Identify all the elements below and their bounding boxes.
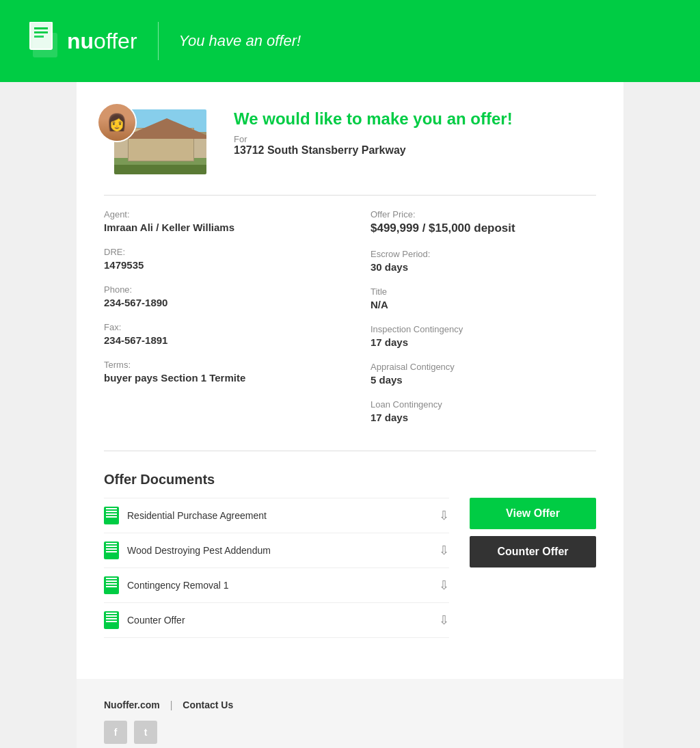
offer-documents-section: Offer Documents Residential Purchase Agr…	[104, 472, 596, 652]
svg-rect-5	[33, 33, 57, 57]
doc-list-wrapper: Residential Purchase Agreement ⇩ Wood De…	[104, 498, 449, 652]
dre-label: DRE:	[104, 247, 329, 257]
escrow-value: 30 days	[371, 261, 596, 273]
footer-links: Nuoffer.com | Contact Us	[104, 699, 596, 710]
doc-file-icon	[104, 576, 119, 594]
download-icon[interactable]: ⇩	[439, 508, 449, 523]
agent-value: Imraan Ali / Keller Williams	[104, 222, 329, 233]
doc-list: Residential Purchase Agreement ⇩ Wood De…	[104, 498, 449, 638]
download-icon[interactable]: ⇩	[439, 543, 449, 558]
doc-name: Wood Destroying Pest Addendum	[127, 545, 271, 556]
loan-value: 17 days	[371, 412, 596, 423]
escrow-detail: Escrow Period: 30 days	[371, 249, 596, 273]
doc-row: Residential Purchase Agreement ⇩	[104, 498, 449, 533]
doc-file-icon	[104, 542, 119, 559]
appraisal-value: 5 days	[371, 374, 596, 386]
appraisal-label: Appraisal Contigency	[371, 362, 596, 372]
twitter-icon[interactable]: t	[134, 721, 157, 744]
agent-detail: Agent: Imraan Ali / Keller Williams	[104, 209, 329, 233]
doc-name: Counter Offer	[127, 615, 185, 626]
header-tagline: You have an offer!	[179, 32, 301, 50]
escrow-label: Escrow Period:	[371, 249, 596, 259]
nuoffer-logo-icon	[27, 22, 60, 60]
inspection-value: 17 days	[371, 336, 596, 348]
appraisal-detail: Appraisal Contigency 5 days	[371, 362, 596, 386]
details-col-right: Offer Price: $499,999 / $15,000 deposit …	[371, 209, 596, 437]
facebook-icon[interactable]: f	[104, 721, 127, 744]
terms-detail: Terms: buyer pays Section 1 Termite	[104, 360, 329, 384]
agent-property-images: 👩	[104, 109, 213, 174]
fax-label: Fax:	[104, 322, 329, 332]
download-icon[interactable]: ⇩	[439, 578, 449, 593]
dre-value: 1479535	[104, 259, 329, 271]
offer-price-detail: Offer Price: $499,999 / $15,000 deposit	[371, 209, 596, 235]
doc-row-left: Wood Destroying Pest Addendum	[104, 542, 271, 559]
offer-address: 13712 South Stansberry Parkway	[234, 144, 513, 157]
inspection-detail: Inspection Contingency 17 days	[371, 324, 596, 348]
fax-detail: Fax: 234-567-1891	[104, 322, 329, 346]
logo-text: nuoffer	[67, 29, 137, 54]
doc-row: Counter Offer ⇩	[104, 603, 449, 638]
doc-row: Wood Destroying Pest Addendum ⇩	[104, 533, 449, 568]
view-offer-button[interactable]: View Offer	[470, 498, 596, 529]
doc-row-left: Contingency Removal 1	[104, 576, 229, 594]
avatar-placeholder: 👩	[98, 104, 135, 141]
title-detail: Title N/A	[371, 286, 596, 310]
counter-offer-button[interactable]: Counter Offer	[470, 536, 596, 567]
agent-label: Agent:	[104, 209, 329, 219]
doc-name: Contingency Removal 1	[127, 580, 229, 591]
divider-top	[104, 195, 596, 196]
loan-detail: Loan Contingency 17 days	[371, 399, 596, 423]
offer-price-value: $499,999 / $15,000 deposit	[371, 222, 596, 235]
agent-avatar: 👩	[97, 103, 137, 142]
offer-for-label: For	[234, 134, 513, 144]
details-grid: Agent: Imraan Ali / Keller Williams DRE:…	[104, 209, 596, 437]
header: nuoffer You have an offer!	[0, 0, 700, 82]
offer-price-label: Offer Price:	[371, 209, 596, 219]
footer-contact-link[interactable]: Contact Us	[183, 699, 233, 710]
main-content: 👩 We would like to make you an offer! Fo…	[77, 82, 623, 679]
doc-name: Residential Purchase Agreement	[127, 510, 267, 521]
logo: nuoffer	[27, 22, 159, 60]
offer-headline: We would like to make you an offer!	[234, 109, 513, 129]
doc-file-icon	[104, 507, 119, 524]
terms-value: buyer pays Section 1 Termite	[104, 372, 329, 384]
doc-file-icon	[104, 611, 119, 629]
phone-value: 234-567-1890	[104, 297, 329, 308]
download-icon[interactable]: ⇩	[439, 613, 449, 628]
docs-actions-wrapper: Residential Purchase Agreement ⇩ Wood De…	[104, 498, 596, 652]
footer-site-link[interactable]: Nuoffer.com	[104, 699, 160, 710]
social-icons: f t	[104, 721, 596, 744]
fax-value: 234-567-1891	[104, 334, 329, 346]
footer: Nuoffer.com | Contact Us f t This email …	[77, 679, 623, 748]
offer-hero: 👩 We would like to make you an offer! Fo…	[104, 109, 596, 174]
documents-title: Offer Documents	[104, 472, 596, 487]
terms-label: Terms:	[104, 360, 329, 370]
dre-detail: DRE: 1479535	[104, 247, 329, 271]
svg-rect-2	[34, 27, 48, 29]
loan-label: Loan Contingency	[371, 399, 596, 410]
footer-separator: |	[170, 699, 173, 710]
actions-wrapper: View Offer Counter Offer	[470, 498, 596, 567]
phone-detail: Phone: 234-567-1890	[104, 284, 329, 308]
doc-row-left: Residential Purchase Agreement	[104, 507, 267, 524]
title-label: Title	[371, 286, 596, 297]
inspection-label: Inspection Contingency	[371, 324, 596, 334]
doc-row-left: Counter Offer	[104, 611, 185, 629]
phone-label: Phone:	[104, 284, 329, 295]
offer-title-section: We would like to make you an offer! For …	[234, 109, 513, 157]
doc-row: Contingency Removal 1 ⇩	[104, 568, 449, 603]
divider-bottom	[104, 451, 596, 451]
details-col-left: Agent: Imraan Ali / Keller Williams DRE:…	[104, 209, 329, 437]
title-value: N/A	[371, 299, 596, 310]
